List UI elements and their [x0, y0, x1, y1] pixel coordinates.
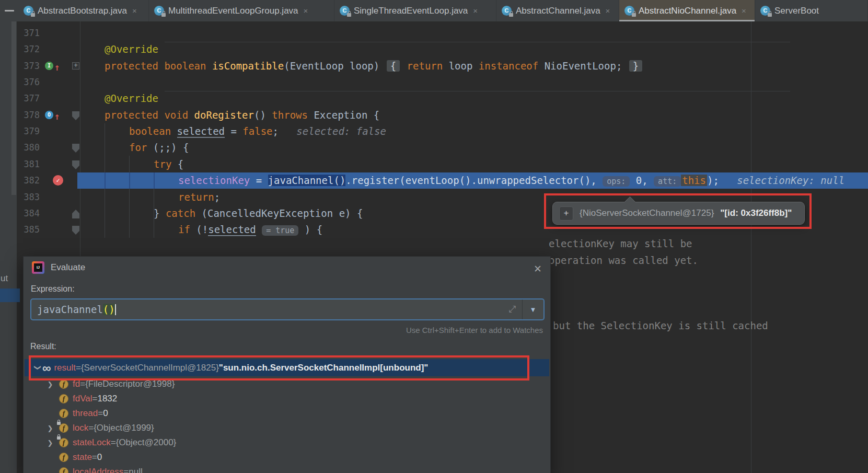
history-dropdown-icon[interactable]: ▼ [523, 306, 543, 314]
tab-close-icon[interactable]: × [742, 6, 746, 15]
line-number[interactable]: 377 [0, 90, 40, 107]
code-line-378[interactable]: 378O↑protected void doRegister() throws … [0, 107, 868, 124]
line-number[interactable]: 379 [0, 123, 40, 140]
code-token: { [387, 60, 400, 72]
editor-tab-bar: CAbstractBootstrap.java×CMultithreadEven… [0, 0, 868, 22]
tree-row-stateLock[interactable]: ❯fstateLock = {Object@2000} [24, 435, 548, 450]
editor-tab[interactable]: CServerBoot [755, 0, 868, 21]
chevron-right-icon[interactable]: ❯ [47, 424, 54, 432]
editor-tab[interactable]: CAbstractChannel.java× [496, 0, 619, 21]
code-line-380[interactable]: 380for (;;) { [0, 140, 868, 156]
chevron-right-icon[interactable]: ❯ [47, 380, 54, 388]
code-token: } [154, 207, 166, 219]
fold-marker-minus[interactable] [72, 160, 79, 169]
code-token: this [681, 175, 707, 186]
expression-value[interactable]: javaChannel() [31, 304, 502, 315]
variable-value: 0 [103, 408, 108, 419]
code-line-373[interactable]: 373I↑+protected boolean isCompatible(Eve… [0, 58, 868, 75]
result-row[interactable]: ❯ ∞ result = {ServerSocketChannelImpl@18… [25, 359, 549, 376]
tree-row-fdVal[interactable]: ffdVal = 1832 [24, 391, 548, 406]
expression-input[interactable]: javaChannel() ⤢ ▼ [30, 298, 545, 320]
tree-row-fd[interactable]: ❯ffd = {FileDescriptor@1998} [24, 377, 548, 391]
tree-row-thread[interactable]: fthread = 0 [24, 406, 548, 421]
fold-marker-minus[interactable] [72, 226, 79, 235]
result-string: "sun.nio.ch.ServerSocketChannelImpl[unbo… [219, 363, 429, 373]
tree-row-state[interactable]: fstate = 0 [24, 450, 548, 465]
editor-tab[interactable]: CMultithreadEventLoopGroup.java× [149, 0, 334, 21]
tree-row-lock[interactable]: ❯flock = {Object@1999} [24, 421, 548, 435]
editor-tab[interactable]: CAbstractNioChannel.java× [619, 0, 755, 21]
code-token: ; [214, 191, 220, 203]
editor-tab[interactable]: CSingleThreadEventLoop.java× [334, 0, 496, 21]
tool-window-label: ut [1, 273, 8, 284]
tab-close-icon[interactable]: × [606, 6, 610, 15]
expand-editor-icon[interactable]: ⤢ [502, 304, 522, 315]
code-token: @Override [105, 43, 158, 55]
overrides-method-icon[interactable]: O [45, 111, 53, 119]
fold-marker-plus[interactable]: + [72, 62, 79, 70]
code-line-372[interactable]: 372@Override [0, 41, 868, 58]
variable-name: lock [73, 423, 88, 433]
indent-guide [105, 172, 106, 189]
override-up-arrow-icon[interactable]: ↑ [54, 108, 60, 124]
code-line-382[interactable]: 382✓selectionKey = javaChannel().registe… [0, 172, 868, 189]
line-number[interactable]: 385 [0, 222, 40, 238]
code-line-text: protected boolean isCompatible(EventLoop… [105, 58, 643, 74]
line-number[interactable]: 384 [0, 205, 40, 222]
code-token: { [171, 158, 183, 170]
code-line-379[interactable]: 379boolean selected = false; selected: f… [0, 123, 868, 140]
code-token: 0, [630, 175, 654, 186]
variable-name: state [73, 452, 92, 463]
variable-value: {Object@1999} [94, 423, 154, 433]
code-line-371[interactable]: 371 [0, 25, 868, 42]
fold-marker-minus[interactable] [72, 144, 79, 153]
chevron-right-icon[interactable]: ❯ [47, 439, 54, 447]
tab-close-icon[interactable]: × [473, 6, 478, 15]
chevron-down-icon[interactable]: ❯ [34, 364, 42, 372]
tree-row-localAddress[interactable]: flocalAddress = null [24, 465, 548, 473]
chevron-spacer [47, 454, 54, 462]
code-line-376[interactable]: 376 [0, 74, 868, 91]
breakpoint-icon[interactable]: ✓ [53, 175, 63, 186]
line-number[interactable]: 373 [0, 58, 40, 74]
line-number[interactable]: 380 [0, 140, 40, 156]
field-icon: f [59, 453, 68, 462]
expand-value-button[interactable]: + [559, 206, 573, 221]
code-token: for [129, 142, 147, 153]
code-line-381[interactable]: 381try { [0, 156, 868, 173]
final-lock-badge-icon [57, 422, 61, 425]
line-number[interactable]: 383 [0, 189, 40, 205]
variable-value: {Object@2000} [116, 437, 177, 448]
line-number[interactable]: 382 [0, 172, 40, 189]
tool-window-selected-highlight[interactable] [0, 289, 20, 302]
line-number[interactable]: 378 [0, 107, 40, 123]
override-up-arrow-icon[interactable]: ↑ [54, 59, 60, 75]
watches-hint: Use Ctrl+Shift+Enter to add to Watches [406, 326, 543, 334]
line-number[interactable]: 376 [0, 74, 40, 90]
fold-marker-end[interactable] [72, 210, 79, 218]
editor-tab[interactable]: CAbstractBootstrap.java× [18, 0, 149, 21]
code-line-text: @Override [105, 41, 158, 57]
line-number[interactable]: 372 [0, 41, 40, 57]
variable-value: null [129, 467, 142, 473]
code-token: isCompatible [212, 60, 284, 72]
code-token: = [250, 175, 268, 186]
fold-marker-minus[interactable] [72, 111, 79, 120]
code-token [401, 60, 407, 72]
close-icon[interactable]: ✕ [531, 263, 544, 275]
chevron-spacer [47, 468, 54, 473]
field-icon: f [59, 379, 68, 389]
line-number[interactable]: 371 [0, 25, 40, 41]
tab-label: SingleThreadEventLoop.java [354, 6, 468, 16]
chevron-spacer [47, 395, 54, 403]
tab-close-icon[interactable]: × [132, 6, 137, 15]
menu-dash-icon[interactable] [0, 0, 18, 21]
code-line-377[interactable]: 377@Override [0, 90, 868, 107]
overrides-method-icon[interactable]: I [45, 62, 53, 70]
variable-name: localAddress [73, 467, 123, 473]
code-token [256, 224, 262, 235]
variable-value: 0 [97, 452, 102, 463]
tab-label: ServerBoot [774, 6, 819, 16]
line-number[interactable]: 381 [0, 156, 40, 172]
tab-close-icon[interactable]: × [304, 6, 308, 15]
